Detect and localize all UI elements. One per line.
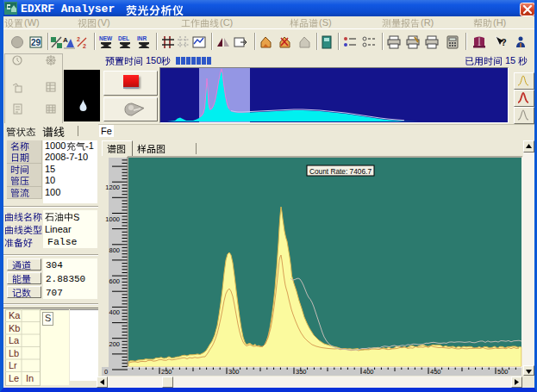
svg-text:500: 500 [497, 368, 509, 376]
svg-text:350: 350 [296, 368, 307, 376]
svg-text:400: 400 [363, 368, 374, 376]
svg-text:NEW: NEW [99, 35, 113, 41]
svg-text:Le: Le [9, 373, 19, 383]
svg-text:2: 2 [83, 43, 86, 49]
svg-text:INR: INR [137, 35, 147, 41]
svg-text:Lb: Lb [9, 348, 19, 358]
svg-text:1200: 1200 [105, 184, 120, 191]
svg-text:Ka: Ka [9, 310, 21, 320]
svg-text:2: 2 [77, 36, 80, 42]
svg-text:Lr: Lr [9, 360, 17, 370]
svg-text:400: 400 [109, 308, 120, 316]
svg-text:Kb: Kb [9, 323, 20, 333]
svg-text:800: 800 [109, 246, 120, 254]
svg-text:La: La [9, 335, 20, 345]
svg-text:300: 300 [228, 368, 240, 376]
svg-text:250: 250 [161, 368, 172, 376]
svg-text:600: 600 [109, 277, 120, 285]
svg-text:29: 29 [31, 38, 41, 47]
svg-text:?: ? [501, 37, 507, 47]
svg-text:A: A [63, 36, 68, 44]
svg-text:Count Rate: 7406.7: Count Rate: 7406.7 [309, 167, 372, 176]
svg-text:DEL: DEL [118, 35, 129, 41]
svg-text:200: 200 [109, 340, 120, 348]
svg-text:450: 450 [430, 368, 441, 376]
svg-text:1000: 1000 [105, 215, 120, 223]
svg-text:In: In [26, 373, 34, 383]
svg-text:0: 0 [104, 368, 108, 376]
